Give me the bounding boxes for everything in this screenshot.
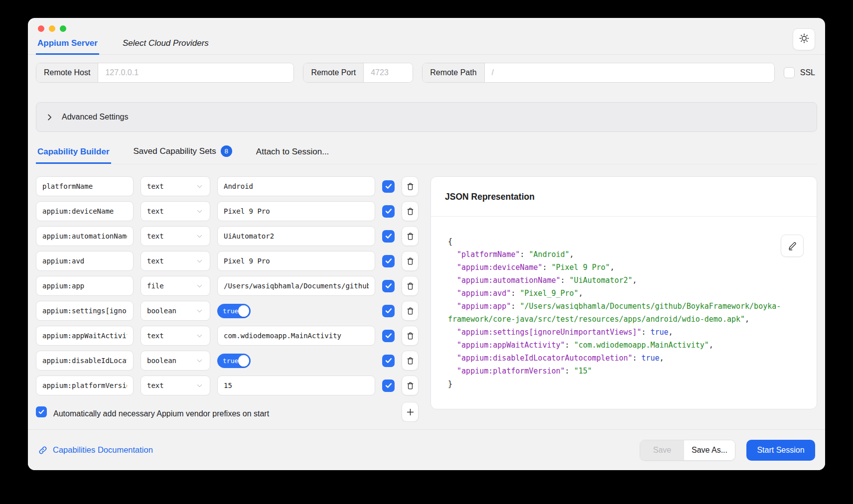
- capability-type-select[interactable]: text: [141, 376, 210, 395]
- tab-attach-to-session[interactable]: Attach to Session...: [255, 140, 330, 164]
- toggle-value-label: true: [223, 307, 238, 315]
- capability-name-input[interactable]: [36, 201, 134, 221]
- save-button-group: Save Save As...: [640, 440, 735, 461]
- capability-type-value: text: [147, 332, 164, 340]
- capability-name-input[interactable]: [36, 326, 134, 346]
- capability-value-input[interactable]: [217, 326, 375, 346]
- capability-type-select[interactable]: boolean: [141, 351, 210, 371]
- save-button[interactable]: Save: [640, 440, 684, 460]
- capability-type-value: text: [147, 182, 164, 190]
- capability-enabled-checkbox[interactable]: [382, 205, 395, 218]
- advanced-settings-toggle[interactable]: Advanced Settings: [36, 102, 817, 132]
- capability-name-input[interactable]: [36, 351, 134, 371]
- capability-enabled-checkbox[interactable]: [382, 255, 395, 267]
- remote-host-input[interactable]: [98, 63, 293, 82]
- capability-type-value: boolean: [147, 307, 176, 315]
- tab-capability-builder[interactable]: Capability Builder: [36, 140, 111, 164]
- delete-capability-button[interactable]: [402, 326, 419, 346]
- trash-icon: [406, 207, 415, 216]
- remote-path-input[interactable]: [485, 63, 774, 82]
- capability-name-input[interactable]: [36, 226, 134, 246]
- capability-name-input[interactable]: [36, 301, 134, 321]
- capability-type-select[interactable]: file: [141, 276, 210, 296]
- capability-row: text: [36, 176, 419, 196]
- delete-capability-button[interactable]: [402, 351, 419, 371]
- capability-type-select[interactable]: boolean: [141, 301, 210, 321]
- capability-value-input[interactable]: [217, 276, 375, 296]
- remote-port-label: Remote Port: [303, 63, 364, 82]
- capability-enabled-checkbox[interactable]: [382, 355, 395, 367]
- tab-appium-server[interactable]: Appium Server: [36, 38, 99, 55]
- remote-port-input[interactable]: [364, 63, 413, 82]
- delete-capability-button[interactable]: [402, 226, 419, 246]
- capability-boolean-toggle[interactable]: true: [217, 304, 251, 318]
- main-content: text text: [28, 164, 825, 422]
- capability-value-input[interactable]: [217, 226, 375, 246]
- capability-name-input[interactable]: [36, 176, 134, 196]
- capability-name-input[interactable]: [36, 251, 134, 271]
- add-capability-button[interactable]: [402, 402, 419, 422]
- tab-saved-capability-sets[interactable]: Saved Capability Sets 8: [132, 138, 234, 164]
- saved-sets-count-badge: 8: [221, 145, 232, 157]
- capability-boolean-toggle[interactable]: true: [217, 354, 251, 368]
- json-code: { "platformName": "Android", "appium:dev…: [448, 235, 800, 390]
- capabilities-documentation-link[interactable]: Capabilities Documentation: [38, 445, 153, 455]
- maximize-window-icon[interactable]: [60, 25, 66, 32]
- ssl-checkbox[interactable]: [784, 67, 795, 78]
- capability-rows: text text: [36, 176, 419, 395]
- tab-saved-capability-sets-label: Saved Capability Sets: [134, 146, 216, 156]
- start-session-button[interactable]: Start Session: [746, 440, 815, 461]
- capability-type-value: text: [147, 232, 164, 240]
- edit-json-button[interactable]: [781, 235, 804, 257]
- capability-name-input[interactable]: [36, 276, 134, 296]
- capability-builder-column: text text: [36, 176, 419, 422]
- trash-icon: [406, 356, 415, 366]
- chevron-down-icon: [195, 207, 204, 216]
- capability-value-input[interactable]: [217, 251, 375, 271]
- window-header: Appium Server Select Cloud Providers: [28, 18, 825, 55]
- json-representation-panel: JSON Representation { "platformName": "A…: [430, 176, 817, 409]
- capability-type-value: text: [147, 381, 164, 389]
- capability-enabled-checkbox[interactable]: [382, 379, 395, 392]
- close-window-icon[interactable]: [38, 25, 44, 32]
- theme-toggle-button[interactable]: [793, 28, 815, 50]
- capability-type-select[interactable]: text: [141, 226, 210, 246]
- capability-enabled-checkbox[interactable]: [382, 280, 395, 292]
- auto-prefix-checkbox[interactable]: [36, 406, 47, 417]
- capability-enabled-checkbox[interactable]: [382, 230, 395, 243]
- chevron-down-icon: [195, 232, 204, 241]
- capability-row: file: [36, 276, 419, 296]
- capability-enabled-checkbox[interactable]: [382, 305, 395, 317]
- delete-capability-button[interactable]: [402, 276, 419, 296]
- capability-name-input[interactable]: [36, 376, 134, 395]
- remote-path-label: Remote Path: [423, 63, 484, 82]
- capability-enabled-checkbox[interactable]: [382, 330, 395, 342]
- chevron-down-icon: [195, 282, 204, 290]
- json-panel-header: JSON Representation: [431, 177, 817, 217]
- capability-value-input[interactable]: [217, 376, 375, 395]
- auto-prefix-row: Automatically add necessary Appium vendo…: [36, 402, 419, 422]
- tab-select-cloud-providers[interactable]: Select Cloud Providers: [121, 38, 210, 55]
- save-as-button[interactable]: Save As...: [684, 440, 735, 460]
- capability-type-select[interactable]: text: [141, 251, 210, 271]
- delete-capability-button[interactable]: [402, 201, 419, 221]
- delete-capability-button[interactable]: [402, 376, 419, 395]
- footer-bar: Capabilities Documentation Save Save As.…: [28, 429, 825, 470]
- trash-icon: [406, 182, 415, 191]
- capability-type-select[interactable]: text: [141, 176, 210, 196]
- traffic-lights: [38, 25, 66, 32]
- capability-value-input[interactable]: [217, 201, 375, 221]
- chevron-down-icon: [195, 182, 204, 191]
- capability-type-select[interactable]: text: [141, 201, 210, 221]
- tab-capability-builder-label: Capability Builder: [37, 147, 110, 157]
- trash-icon: [406, 306, 415, 316]
- delete-capability-button[interactable]: [402, 301, 419, 321]
- capability-value-input[interactable]: [217, 176, 375, 196]
- capability-type-value: text: [147, 257, 164, 265]
- minimize-window-icon[interactable]: [49, 25, 55, 32]
- delete-capability-button[interactable]: [402, 176, 419, 196]
- remote-host-group: Remote Host: [36, 63, 294, 83]
- delete-capability-button[interactable]: [402, 251, 419, 271]
- capability-enabled-checkbox[interactable]: [382, 180, 395, 193]
- capability-type-select[interactable]: text: [141, 326, 210, 346]
